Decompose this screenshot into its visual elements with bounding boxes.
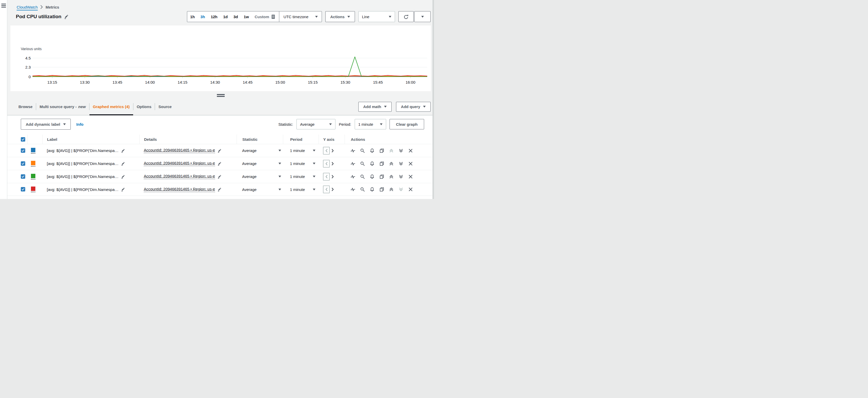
tab-multi-source-query[interactable]: Multi source query -new xyxy=(36,98,89,115)
move-up-icon[interactable] xyxy=(389,174,394,179)
metric-color-swatch[interactable] xyxy=(31,174,35,179)
clear-graph-button[interactable]: Clear graph xyxy=(390,119,424,129)
metric-details[interactable]: AccountId: 209466391465 • Region: us-e xyxy=(144,148,215,153)
yaxis-right-button[interactable] xyxy=(331,187,334,192)
row-checkbox[interactable] xyxy=(21,148,25,153)
move-down-icon[interactable] xyxy=(399,161,403,166)
edit-details-icon[interactable] xyxy=(217,187,222,192)
row-checkbox[interactable] xyxy=(21,161,25,166)
edit-label-icon[interactable] xyxy=(121,162,125,166)
statistic-select[interactable]: Average xyxy=(297,119,336,129)
range-1h-button[interactable]: 1h xyxy=(187,14,198,19)
label-column-header: Label xyxy=(42,135,140,144)
chart-plot[interactable] xyxy=(32,53,427,79)
row-statistic-select[interactable]: Average xyxy=(242,174,281,179)
yaxis-right-button[interactable] xyxy=(331,174,334,179)
actions-button[interactable]: Actions xyxy=(325,11,355,22)
search-icon[interactable] xyxy=(360,187,365,192)
graph-this-metric-icon[interactable] xyxy=(350,148,355,153)
breadcrumb-cloudwatch-link[interactable]: CloudWatch xyxy=(17,5,38,9)
row-period-select[interactable]: 1 minute xyxy=(290,161,315,166)
row-period-select[interactable]: 1 minute xyxy=(290,187,315,192)
range-3d-button[interactable]: 3d xyxy=(231,14,241,19)
edit-title-icon[interactable] xyxy=(64,14,69,19)
remove-metric-icon[interactable] xyxy=(408,161,413,166)
add-query-button[interactable]: Add query xyxy=(396,102,431,112)
create-alarm-icon[interactable] xyxy=(370,174,374,179)
duplicate-icon[interactable] xyxy=(379,148,384,153)
edit-label-icon[interactable] xyxy=(121,187,125,192)
color-column-header xyxy=(27,135,42,144)
yaxis-left-button[interactable] xyxy=(323,147,330,155)
move-down-icon[interactable] xyxy=(399,148,403,153)
range-1d-button[interactable]: 1d xyxy=(220,14,231,19)
graph-this-metric-icon[interactable] xyxy=(350,187,355,192)
move-up-icon[interactable] xyxy=(389,187,394,192)
range-1w-button[interactable]: 1w xyxy=(241,14,252,19)
row-statistic-select[interactable]: Average xyxy=(242,148,281,153)
x-tick-label: 13:30 xyxy=(80,80,90,85)
yaxis-right-button[interactable] xyxy=(331,148,334,153)
tab-options[interactable]: Options xyxy=(133,98,155,115)
tab-graphed-metrics[interactable]: Graphed metrics (4) xyxy=(89,98,133,115)
period-select[interactable]: 1 minute xyxy=(355,119,386,129)
edit-label-icon[interactable] xyxy=(121,148,125,153)
edit-details-icon[interactable] xyxy=(217,148,222,153)
calendar-icon[interactable] xyxy=(271,14,276,19)
metric-details[interactable]: AccountId: 209466391465 • Region: us-e xyxy=(144,174,215,179)
remove-metric-icon[interactable] xyxy=(408,187,413,192)
add-math-button[interactable]: Add math xyxy=(358,102,392,112)
duplicate-icon[interactable] xyxy=(379,187,384,192)
yaxis-right-button[interactable] xyxy=(331,162,334,166)
row-statistic-select[interactable]: Average xyxy=(242,187,281,192)
vertical-scrollbar[interactable] xyxy=(432,0,434,199)
metric-row: [avg: ${AVG}] | ${PROP('Dim.Namespa… Acc… xyxy=(7,183,434,196)
range-3h-button[interactable]: 3h xyxy=(198,14,208,19)
row-statistic-select[interactable]: Average xyxy=(242,161,281,166)
edit-details-icon[interactable] xyxy=(217,174,222,179)
timezone-select[interactable]: UTC timezone xyxy=(279,14,322,19)
menu-icon[interactable] xyxy=(1,4,6,7)
resize-handle[interactable] xyxy=(217,93,225,97)
metric-details[interactable]: AccountId: 209466391465 • Region: us-e xyxy=(144,161,215,166)
metric-color-swatch[interactable] xyxy=(31,148,35,154)
tab-browse[interactable]: Browse xyxy=(15,98,36,115)
row-checkbox[interactable] xyxy=(21,174,25,179)
metric-color-swatch[interactable] xyxy=(31,187,35,192)
graph-this-metric-icon[interactable] xyxy=(350,161,355,166)
remove-metric-icon[interactable] xyxy=(408,174,413,179)
row-checkbox[interactable] xyxy=(21,187,25,192)
move-up-icon[interactable] xyxy=(389,161,394,166)
remove-metric-icon[interactable] xyxy=(408,148,413,153)
chart-type-select[interactable]: Line xyxy=(358,11,395,22)
add-dynamic-label-button[interactable]: Add dynamic label xyxy=(21,119,71,130)
metric-details[interactable]: AccountId: 209466391465 • Region: us-e xyxy=(144,187,215,192)
metric-color-swatch[interactable] xyxy=(31,161,35,167)
y-tick-label: 0 xyxy=(29,74,31,79)
duplicate-icon[interactable] xyxy=(379,174,384,179)
refresh-button[interactable] xyxy=(398,11,414,22)
search-icon[interactable] xyxy=(360,148,365,153)
create-alarm-icon[interactable] xyxy=(370,187,374,192)
select-all-checkbox[interactable] xyxy=(21,137,25,141)
yaxis-left-button[interactable] xyxy=(323,173,330,180)
chevron-down-icon xyxy=(380,123,382,125)
yaxis-left-button[interactable] xyxy=(323,160,330,168)
refresh-options-button[interactable] xyxy=(414,11,431,22)
row-period-select[interactable]: 1 minute xyxy=(290,174,315,179)
create-alarm-icon[interactable] xyxy=(370,161,374,166)
row-period-select[interactable]: 1 minute xyxy=(290,148,315,153)
create-alarm-icon[interactable] xyxy=(370,148,374,153)
range-12h-button[interactable]: 12h xyxy=(208,14,220,19)
edit-details-icon[interactable] xyxy=(217,162,222,166)
search-icon[interactable] xyxy=(360,174,365,179)
edit-label-icon[interactable] xyxy=(121,174,125,179)
yaxis-left-button[interactable] xyxy=(323,186,330,193)
range-custom-button[interactable]: Custom xyxy=(252,14,271,19)
info-link[interactable]: Info xyxy=(76,122,84,127)
tab-source[interactable]: Source xyxy=(155,98,175,115)
graph-this-metric-icon[interactable] xyxy=(350,174,355,179)
duplicate-icon[interactable] xyxy=(379,161,384,166)
move-down-icon[interactable] xyxy=(399,174,403,179)
search-icon[interactable] xyxy=(360,161,365,166)
